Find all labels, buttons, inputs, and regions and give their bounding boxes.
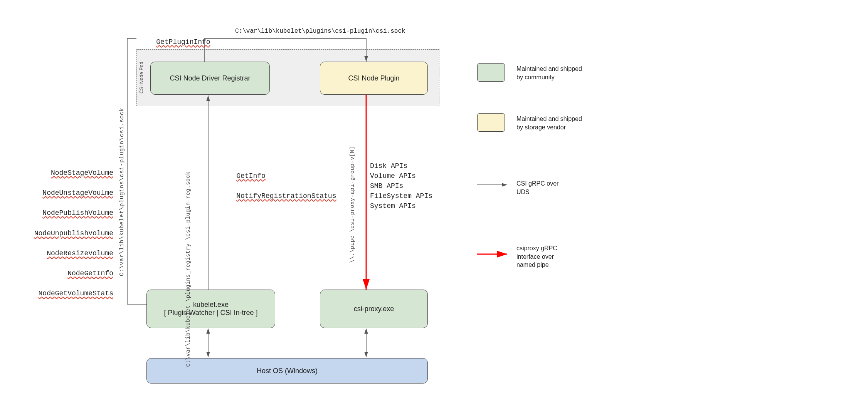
- left-sock-path: C:\var\lib\kubelet\plugins\csi-plugin\cs…: [119, 108, 125, 276]
- csi-proxy-box: csi-proxy.exe: [320, 290, 428, 328]
- legend-swatch-vendor: [477, 113, 505, 132]
- kubelet-box: kubelet.exe [ Plugin Watcher | CSI In-tr…: [146, 290, 275, 328]
- csi-node-driver-registrar-label: CSI Node Driver Registrar: [170, 74, 250, 82]
- host-os-label: Host OS (Windows): [257, 367, 318, 375]
- legend-swatch-community: [477, 63, 505, 82]
- legend-text-vendor: Maintained and shipped by storage vendor: [516, 115, 582, 131]
- top-getplugininfo: GetPluginInfo: [140, 27, 210, 57]
- csi-node-plugin: CSI Node Plugin: [320, 62, 428, 95]
- legend-text-community: Maintained and shipped by community: [516, 65, 582, 81]
- right-pipe: \\.\pipe \csi-proxy-api-group-v[N]: [349, 146, 356, 263]
- kubelet-line1: kubelet.exe: [193, 301, 229, 309]
- csi-node-pod-label: CSI Node Pod: [139, 62, 144, 94]
- legend-text-grpc-pipe: csiproxy gRPC interface over named pipe: [516, 244, 557, 269]
- mid-reg-sock: C:\var\lib\kubelet \plugins_registry \cs…: [185, 171, 192, 367]
- node-calls: NodeStageVolume NodeUnstageVoulme NodePu…: [13, 158, 113, 308]
- csi-node-plugin-label: CSI Node Plugin: [348, 74, 399, 82]
- right-apis: Disk APIs Volume APIs SMB APIs FileSyste…: [370, 161, 432, 211]
- csi-proxy-label: csi-proxy.exe: [354, 305, 394, 313]
- top-sock-path: C:\var\lib\kubelet\plugins\csi-plugin\cs…: [235, 27, 405, 36]
- csi-node-driver-registrar: CSI Node Driver Registrar: [150, 62, 270, 95]
- kubelet-line2: [ Plugin Watcher | CSI In-tree ]: [164, 309, 257, 317]
- mid-labels: GetInfo NotifyRegistrationStatus: [220, 161, 336, 211]
- legend-text-grpc-uds: CSI gRPC over UDS: [516, 179, 558, 196]
